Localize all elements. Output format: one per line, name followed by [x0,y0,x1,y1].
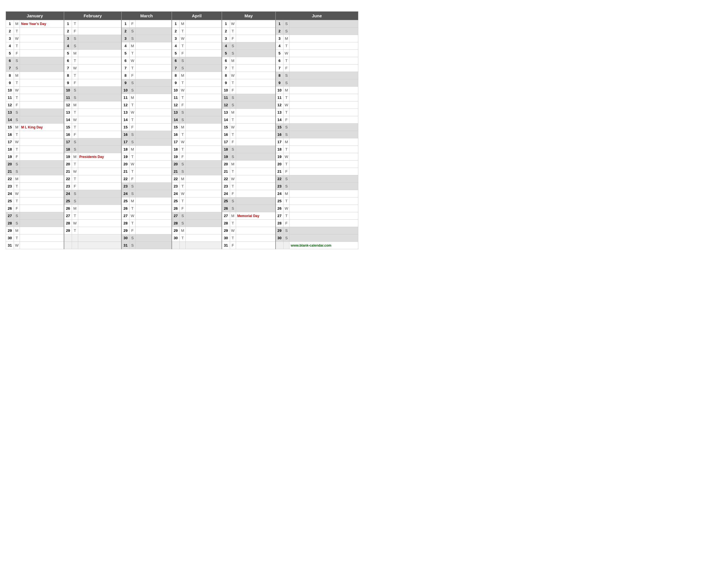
day-num-may-8: 8 [222,72,230,79]
holiday-may-5 [236,50,275,57]
day-num-mar-28: 28 [121,220,129,227]
day-num-apr-20: 20 [172,161,180,168]
holiday-mar-15 [135,124,171,131]
day-num-feb-23: 23 [64,183,72,190]
day-letter-apr-1: M [180,20,186,28]
day-num-jun-13: 13 [276,109,284,116]
holiday-mar-9 [135,79,171,87]
day-num-jun-31 [276,242,284,249]
day-letter-apr-4: T [180,42,186,50]
day-letter-jun-21: F [284,168,289,175]
day-num-feb-17: 17 [64,138,72,146]
calendar-table: January February March April May June 1M… [6,11,358,249]
holiday-jun-14 [289,116,358,124]
day-letter-feb-27: T [72,212,78,220]
day-num-jan-16: 16 [6,131,14,138]
holiday-may-13 [236,109,275,116]
day-num-may-26: 26 [222,205,230,212]
day-num-apr-18: 18 [172,146,180,153]
day-num-jun-12: 12 [276,101,284,109]
holiday-mar-23 [135,183,171,190]
holiday-jan-2 [20,28,64,35]
day-letter-mar-26: T [129,205,135,212]
day-num-may-1: 1 [222,20,230,28]
holiday-jun-19 [289,153,358,161]
day-letter-apr-13: S [180,109,186,116]
holiday-feb-27 [78,212,121,220]
holiday-jan-20 [20,161,64,168]
day-letter-mar-21: T [129,168,135,175]
day-letter-may-25: S [230,198,236,205]
day-num-apr-10: 10 [172,87,180,94]
day-num-jan-2: 2 [6,28,14,35]
day-num-feb-4: 4 [64,42,72,50]
day-num-jun-8: 8 [276,72,284,79]
holiday-jun-2 [289,28,358,35]
holiday-mar-13 [135,109,171,116]
day-num-apr-6: 6 [172,57,180,65]
day-num-jan-4: 4 [6,42,14,50]
day-letter-mar-2: S [129,28,135,35]
day-letter-may-3: F [230,35,236,42]
day-num-apr-15: 15 [172,124,180,131]
day-letter-mar-1: F [129,20,135,28]
day-letter-mar-6: W [129,57,135,65]
day-num-apr-23: 23 [172,183,180,190]
day-num-jun-11: 11 [276,94,284,101]
day-letter-jun-22: S [284,175,289,183]
day-letter-jan-27: S [14,212,20,220]
holiday-apr-28 [186,220,222,227]
holiday-mar-29 [135,227,171,235]
day-num-jun-29: 29 [276,227,284,235]
day-letter-may-20: M [230,161,236,168]
holiday-feb-17 [78,138,121,146]
day-letter-jun-5: W [284,50,289,57]
day-num-feb-29: 29 [64,227,72,235]
holiday-jan-7 [20,65,64,72]
day-num-jun-4: 4 [276,42,284,50]
holiday-jan-25 [20,198,64,205]
holiday-apr-7 [186,65,222,72]
day-letter-may-11: S [230,94,236,101]
day-letter-may-13: M [230,109,236,116]
day-letter-feb-15: T [72,124,78,131]
holiday-mar-11 [135,94,171,101]
holiday-feb-19: Presidents Day [78,153,121,161]
day-letter-may-2: T [230,28,236,35]
header-june: June [276,12,358,20]
day-letter-may-14: T [230,116,236,124]
holiday-feb-28 [78,220,121,227]
holiday-feb-13 [78,109,121,116]
day-num-mar-9: 9 [121,79,129,87]
day-num-jan-14: 14 [6,116,14,124]
holiday-jan-21 [20,168,64,175]
day-num-jun-18: 18 [276,146,284,153]
day-letter-feb-9: F [72,79,78,87]
holiday-apr-14 [186,116,222,124]
holiday-mar-6 [135,57,171,65]
holiday-may-11 [236,94,275,101]
day-letter-apr-27: S [180,212,186,220]
day-num-may-29: 29 [222,227,230,235]
holiday-jan-15: M L King Day [20,124,64,131]
day-letter-jan-29: M [14,227,20,235]
day-letter-may-15: W [230,124,236,131]
holiday-apr-17 [186,138,222,146]
day-num-apr-8: 8 [172,72,180,79]
day-letter-jan-24: W [14,190,20,198]
day-num-jun-6: 6 [276,57,284,65]
day-num-apr-4: 4 [172,42,180,50]
day-letter-jan-2: T [14,28,20,35]
holiday-apr-16 [186,131,222,138]
day-letter-jan-21: S [14,168,20,175]
day-num-mar-27: 27 [121,212,129,220]
day-num-jun-9: 9 [276,79,284,87]
day-num-may-6: 6 [222,57,230,65]
day-letter-mar-18: M [129,146,135,153]
day-num-jun-23: 23 [276,183,284,190]
day-letter-mar-7: T [129,65,135,72]
holiday-mar-3 [135,35,171,42]
holiday-may-17 [236,138,275,146]
holiday-mar-30 [135,235,171,242]
holiday-jun-11 [289,94,358,101]
